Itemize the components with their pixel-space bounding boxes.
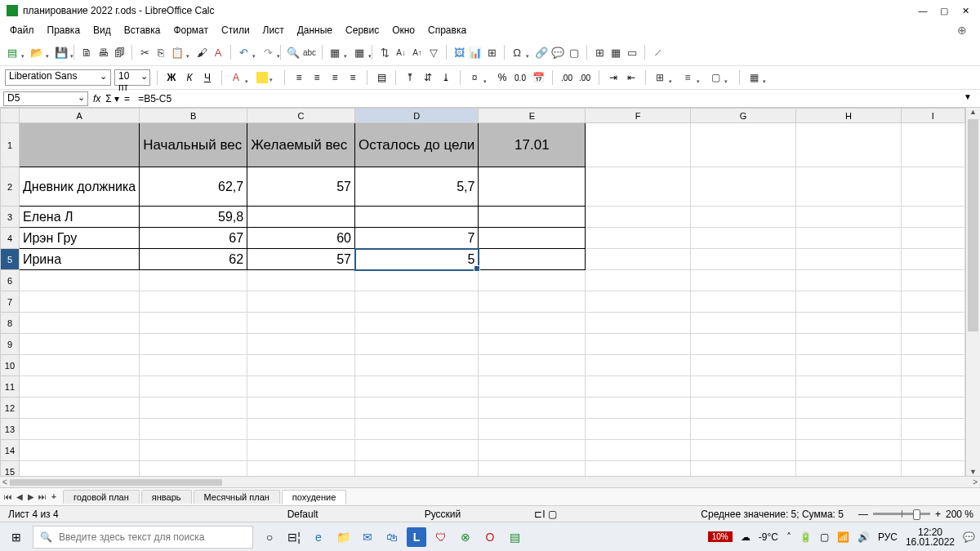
zoom-value[interactable]: 200 % — [946, 509, 973, 520]
tab-next-icon[interactable]: ▶ — [26, 492, 36, 501]
col-header-b[interactable]: B — [140, 109, 247, 123]
cell[interactable] — [479, 376, 586, 398]
cell[interactable] — [901, 228, 964, 249]
header-footer-icon[interactable]: ▢ — [567, 45, 581, 60]
sheet-tab[interactable]: годовой план — [63, 490, 140, 504]
cell[interactable] — [901, 376, 964, 398]
cell[interactable]: 57 — [247, 249, 355, 270]
menu-sheet[interactable]: Лист — [256, 22, 291, 38]
cell[interactable] — [795, 123, 901, 167]
cell[interactable] — [247, 334, 355, 355]
cell[interactable] — [19, 313, 139, 334]
cell[interactable] — [586, 355, 691, 376]
select-all-corner[interactable] — [1, 109, 20, 123]
redo-icon[interactable]: ↷ — [261, 45, 275, 60]
row-header[interactable]: 9 — [1, 334, 20, 355]
sheet-tab-active[interactable]: похудение — [282, 490, 346, 504]
cell[interactable] — [586, 270, 691, 291]
date-icon[interactable]: 📅 — [531, 70, 546, 85]
cell[interactable] — [479, 249, 586, 270]
align-center-icon[interactable]: ≡ — [310, 70, 324, 85]
cell[interactable]: 62,7 — [140, 167, 247, 207]
tab-last-icon[interactable]: ⏭ — [38, 492, 47, 501]
cell[interactable]: 57 — [247, 167, 355, 207]
border-color-icon[interactable]: ▢ — [708, 70, 723, 85]
cell[interactable] — [901, 249, 964, 270]
cell[interactable] — [479, 334, 586, 355]
cell[interactable] — [247, 440, 355, 461]
opera-icon[interactable]: O — [480, 527, 500, 547]
cell[interactable] — [19, 123, 139, 167]
cell[interactable] — [586, 313, 691, 334]
cell[interactable] — [691, 355, 796, 376]
cell[interactable]: Елена Л — [19, 207, 139, 228]
print-preview-icon[interactable]: 🗐 — [112, 45, 127, 60]
zoom-in-icon[interactable]: + — [935, 509, 941, 520]
image-icon[interactable]: 🖼 — [452, 45, 466, 60]
cell[interactable] — [691, 419, 796, 440]
cell[interactable] — [795, 313, 901, 334]
menu-insert[interactable]: Вставка — [118, 22, 167, 38]
sort-asc-icon[interactable]: A↓ — [394, 45, 408, 60]
row-header[interactable]: 8 — [1, 313, 20, 334]
status-selection-icon[interactable]: ⊏I ▢ — [526, 509, 565, 520]
sort-icon[interactable]: ⇅ — [377, 45, 392, 60]
align-left-icon[interactable]: ≡ — [292, 70, 306, 85]
cell[interactable] — [691, 334, 796, 355]
cell[interactable]: 7 — [355, 228, 479, 249]
border-style-icon[interactable]: ≡ — [680, 70, 695, 85]
column-icon[interactable]: ▦ — [352, 45, 367, 60]
cell[interactable] — [691, 313, 796, 334]
sheet-tab[interactable]: январь — [141, 490, 192, 504]
cell-reference[interactable]: D5 — [3, 91, 88, 106]
cell[interactable] — [140, 291, 247, 313]
wrap-text-icon[interactable]: ▤ — [374, 70, 389, 85]
volume-icon[interactable]: 🔊 — [858, 531, 870, 543]
new-icon[interactable]: ▤ — [5, 45, 20, 60]
menu-format[interactable]: Формат — [167, 22, 215, 38]
row-header[interactable]: 15 — [1, 461, 20, 477]
cell[interactable] — [247, 461, 355, 477]
menu-help[interactable]: Справка — [421, 22, 473, 38]
col-header-a[interactable]: A — [19, 109, 139, 123]
cell[interactable] — [247, 398, 355, 419]
find-icon[interactable]: 🔍 — [286, 45, 301, 60]
cell[interactable] — [795, 376, 901, 398]
cell[interactable] — [19, 291, 139, 313]
cell[interactable] — [901, 291, 964, 313]
cell[interactable] — [479, 167, 586, 207]
col-header-g[interactable]: G — [691, 109, 796, 123]
borders-icon[interactable]: ⊞ — [653, 70, 667, 85]
col-header-h[interactable]: H — [795, 109, 901, 123]
cell[interactable] — [795, 249, 901, 270]
cell[interactable] — [479, 228, 586, 249]
row-header[interactable]: 7 — [1, 291, 20, 313]
font-size-select[interactable]: 10 пт — [114, 69, 150, 86]
cell[interactable]: Ирина — [19, 249, 139, 270]
cell[interactable] — [586, 167, 691, 207]
cell[interactable] — [795, 355, 901, 376]
cell[interactable]: 67 — [140, 228, 247, 249]
cortana-icon[interactable]: ⊟¦ — [284, 527, 304, 547]
cell[interactable] — [140, 313, 247, 334]
row-header[interactable]: 14 — [1, 440, 20, 461]
cell[interactable] — [901, 440, 964, 461]
chart-icon[interactable]: 📊 — [468, 45, 483, 60]
cell[interactable] — [247, 270, 355, 291]
cell[interactable]: 62 — [140, 249, 247, 270]
tab-first-icon[interactable]: ⏮ — [3, 492, 13, 501]
cell[interactable] — [586, 123, 691, 167]
cell[interactable] — [586, 291, 691, 313]
menu-view[interactable]: Вид — [87, 22, 118, 38]
horizontal-scrollbar[interactable]: < > — [0, 476, 980, 487]
sheet-tab[interactable]: Месячный план — [194, 490, 280, 504]
cell[interactable]: Осталось до цели — [355, 123, 479, 167]
cell[interactable] — [901, 123, 964, 167]
cell[interactable] — [795, 461, 901, 477]
cell[interactable] — [247, 207, 355, 228]
cell[interactable] — [19, 461, 139, 477]
cell[interactable] — [479, 291, 586, 313]
export-pdf-icon[interactable]: 🗎 — [79, 45, 94, 60]
cell[interactable] — [355, 355, 479, 376]
cell[interactable]: 59,8 — [140, 207, 247, 228]
